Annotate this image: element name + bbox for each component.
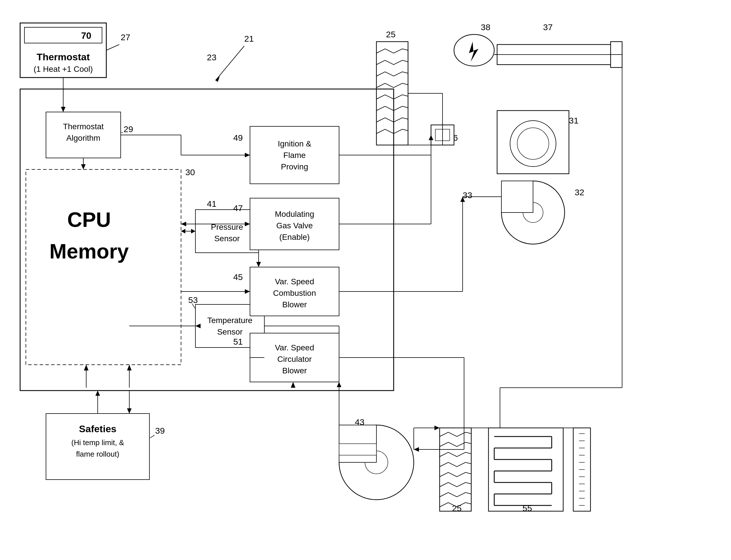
modulating-label-3: (Enable) <box>279 233 310 242</box>
ignition-label-2: Flame <box>283 151 306 160</box>
ref-38: 38 <box>481 22 490 32</box>
cpu-memory-label-2: Memory <box>49 240 129 263</box>
combustion-label-2: Combustion <box>273 289 316 298</box>
ref-37: 37 <box>543 22 553 32</box>
thermostat-algorithm-label-1: Thermostat <box>63 122 104 131</box>
safeties-sublabel-1: (Hi temp limit, & <box>71 438 124 447</box>
ref-49: 49 <box>233 133 243 142</box>
combustion-label-3: Blower <box>282 300 307 309</box>
ref-41: 41 <box>207 199 216 208</box>
ref-25-top: 25 <box>386 30 396 39</box>
ref-29: 29 <box>124 124 133 134</box>
ignition-label-1: Ignition & <box>278 139 311 148</box>
cpu-memory-dashed-box <box>26 169 181 365</box>
ignition-label-3: Proving <box>281 162 308 171</box>
ref-32: 32 <box>575 188 584 197</box>
combustion-label-1: Var. Speed <box>275 277 314 286</box>
thermostat-ref-number: 70 <box>81 30 91 41</box>
cpu-memory-label-1: CPU <box>67 208 111 231</box>
circulator-label-2: Circulator <box>277 355 312 364</box>
circulator-label-1: Var. Speed <box>275 343 314 352</box>
thermostat-label: Thermostat <box>36 51 90 62</box>
modulating-label-2: Gas Valve <box>276 221 312 230</box>
ref-30: 30 <box>185 167 195 177</box>
modulating-label-1: Modulating <box>275 210 314 219</box>
ref-31: 31 <box>569 116 578 125</box>
circulator-duct <box>339 444 377 455</box>
blower-housing <box>502 181 533 213</box>
ref-27: 27 <box>121 32 130 42</box>
temperature-sensor-label-2: Sensor <box>217 327 243 336</box>
motor-circle-inner <box>517 128 549 159</box>
ref-33: 33 <box>463 190 472 200</box>
safeties-label: Safeties <box>79 423 116 434</box>
thermostat-algorithm-label-2: Algorithm <box>66 134 100 142</box>
ref-51: 51 <box>233 337 243 346</box>
ref-47: 47 <box>233 203 243 213</box>
ref-45: 45 <box>233 272 243 282</box>
circulator-label-3: Blower <box>282 366 307 375</box>
safeties-sublabel-2: flame rollout) <box>76 450 119 458</box>
ref-39: 39 <box>155 426 165 435</box>
igniter-cloud <box>454 34 494 66</box>
ref-21: 21 <box>244 34 254 43</box>
pressure-sensor-label-2: Sensor <box>214 234 240 243</box>
thermostat-sublabel: (1 Heat +1 Cool) <box>34 65 93 74</box>
temperature-sensor-label-1: Temperature <box>207 316 252 325</box>
ref-53-label: 53 <box>188 295 198 305</box>
ref-23: 23 <box>207 53 216 62</box>
